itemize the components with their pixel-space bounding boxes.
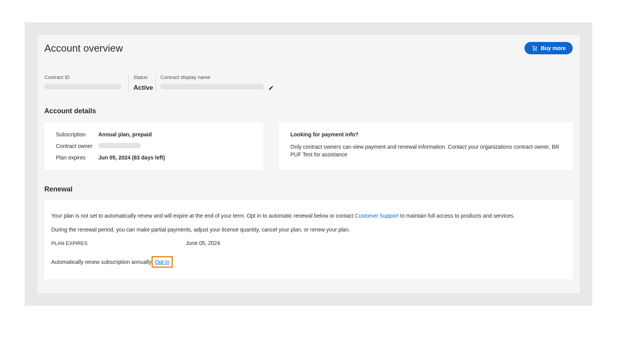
plan-expires-value: Jun 05, 2024 (83 days left) [98, 154, 165, 161]
contract-owner-label: Contract owner [56, 143, 98, 149]
buy-more-button[interactable]: Buy more [524, 42, 573, 54]
renewal-line1-text-a: Your plan is not set to automatically re… [51, 213, 355, 219]
contract-summary: Contract ID Status Active Contract displ… [44, 74, 573, 92]
opt-in-highlight: Opt in [152, 256, 173, 268]
plan-expires-label: Plan expires [56, 154, 98, 161]
opt-in-link[interactable]: Opt in [155, 259, 169, 265]
svg-point-1 [536, 50, 536, 50]
account-details-heading: Account details [44, 107, 573, 115]
status-value: Active [133, 84, 151, 92]
payment-info-body: Only contract owners can view payment an… [290, 143, 561, 159]
contract-display-name-value [160, 84, 264, 89]
contract-display-name-label: Contract display name [160, 74, 274, 80]
contract-id-label: Contract ID [44, 74, 124, 80]
account-overview-panel: Account overview Buy more Contract ID St… [37, 35, 580, 293]
renewal-card: Your plan is not set to automatically re… [44, 200, 573, 279]
contract-owner-value [98, 143, 141, 148]
pencil-icon[interactable] [268, 85, 274, 91]
plan-expires-date: June 05, 2024 [186, 240, 220, 246]
auto-renew-label: Automatically renew subscription annuall… [51, 259, 152, 265]
svg-point-0 [533, 50, 534, 50]
contract-id-value [44, 84, 121, 89]
renewal-heading: Renewal [44, 185, 573, 193]
renewal-line1-text-b: to maintain full access to products and … [399, 213, 515, 219]
payment-info-card: Looking for payment info? Only contract … [279, 122, 573, 170]
plan-expires-caps-label: PLAN EXPIRES [51, 240, 184, 246]
renewal-line-2: During the renewal period, you can make … [51, 226, 566, 233]
payment-info-heading: Looking for payment info? [290, 131, 561, 138]
account-details-card: Subscription Annual plan, prepaid Contra… [44, 122, 263, 170]
page-title: Account overview [44, 42, 123, 54]
customer-support-link[interactable]: Customer Support [355, 213, 399, 219]
status-label: Status [133, 74, 151, 80]
cart-icon [531, 45, 538, 51]
subscription-label: Subscription [56, 131, 98, 138]
subscription-value: Annual plan, prepaid [98, 131, 152, 138]
buy-more-label: Buy more [541, 45, 566, 51]
renewal-line-1: Your plan is not set to automatically re… [51, 212, 566, 220]
